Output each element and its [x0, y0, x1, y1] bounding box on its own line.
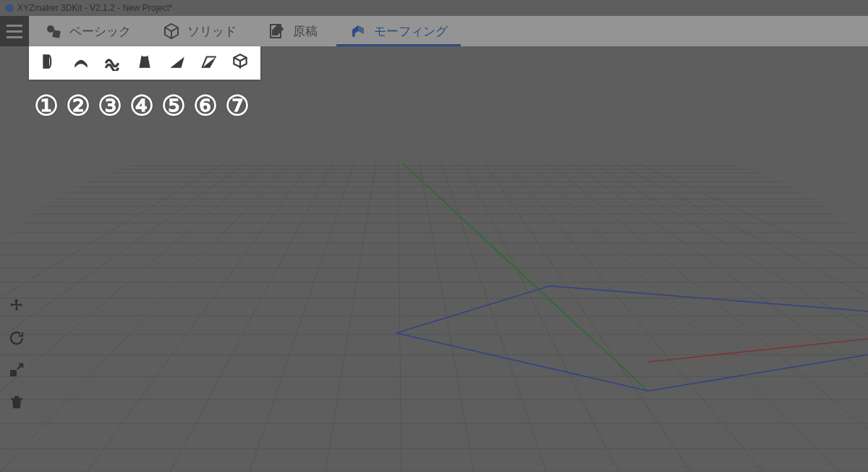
annotation-5: ⑤ [158, 90, 190, 122]
rotate-icon [8, 329, 25, 350]
window-title: XYZmaker 3DKit - V2.1.2 - New Project* [17, 3, 173, 13]
wave-tool-icon [103, 52, 122, 74]
view-tools [6, 297, 27, 414]
rotate-view-button[interactable] [6, 329, 27, 350]
morph-toolbar [29, 46, 260, 80]
tab-label: ベーシック [69, 23, 131, 40]
scale-icon [8, 361, 25, 382]
annotation-2: ② [62, 90, 94, 122]
morph-icon [349, 22, 367, 40]
svg-point-50 [6, 4, 14, 12]
move-view-button[interactable] [6, 297, 27, 319]
annotation-3: ③ [94, 90, 126, 122]
shapes-icon [45, 22, 62, 40]
wave-tool-button[interactable] [97, 49, 129, 77]
svg-point-51 [47, 25, 54, 33]
annotation-6: ⑥ [190, 90, 221, 122]
annotation-numbers: ① ② ③ ④ ⑤ ⑥ ⑦ [30, 90, 253, 122]
annotation-7: ⑦ [221, 90, 253, 122]
tab-label: 原稿 [293, 23, 318, 40]
tab-solid[interactable]: ソリッド [147, 16, 252, 46]
taper-tool-button[interactable] [129, 49, 161, 77]
annotation-1: ① [30, 90, 62, 122]
bend-tool-icon [40, 52, 59, 74]
annotation-4: ④ [126, 90, 158, 122]
tab-label: モーフィング [374, 23, 448, 40]
svg-point-56 [142, 54, 148, 56]
shear-tool-icon [167, 52, 186, 74]
hamburger-menu-button[interactable] [0, 16, 29, 46]
svg-rect-55 [43, 55, 48, 67]
lattice-tool-button[interactable] [224, 49, 256, 77]
tab-basic[interactable]: ベーシック [29, 16, 147, 46]
sketch-icon [268, 22, 286, 40]
delete-icon [8, 393, 25, 413]
scale-view-button[interactable] [6, 361, 27, 382]
titlebar: XYZmaker 3DKit - V2.1.2 - New Project* [0, 0, 868, 16]
skew-tool-icon [199, 52, 218, 74]
skew-tool-button[interactable] [192, 49, 224, 77]
cube-icon [163, 22, 180, 40]
lattice-tool-icon [231, 52, 250, 74]
move-icon [8, 298, 25, 318]
taper-tool-icon [135, 52, 154, 74]
tab-label: ソリッド [187, 23, 237, 40]
svg-point-54 [352, 34, 355, 37]
menubar: ベーシック ソリッド 原稿 モーフィング [0, 16, 868, 46]
bend-tool-button[interactable] [33, 49, 65, 77]
delete-button[interactable] [6, 392, 27, 414]
svg-rect-57 [10, 370, 17, 376]
twist-tool-icon [72, 52, 90, 74]
svg-rect-52 [52, 30, 61, 38]
twist-tool-button[interactable] [65, 49, 97, 77]
app-logo-icon [4, 3, 14, 13]
tab-morphing[interactable]: モーフィング [333, 16, 464, 46]
shear-tool-button[interactable] [161, 49, 192, 77]
tab-sketch[interactable]: 原稿 [252, 16, 333, 46]
